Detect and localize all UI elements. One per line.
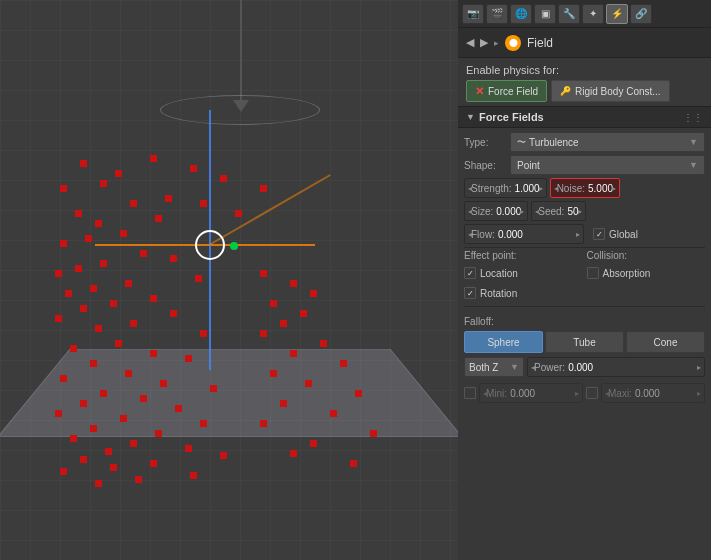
render-icon-btn[interactable]: 📷 (462, 4, 484, 24)
type-value: Turbulence (529, 137, 579, 148)
green-dot (230, 242, 238, 250)
flow-left-arrow: ◂ (468, 230, 472, 239)
maxi-field[interactable]: ◂ Maxi: 0.000 ▸ (601, 383, 705, 403)
turbulence-icon: 〜 (517, 136, 526, 149)
force-fields-content: Type: 〜 Turbulence ▼ Shape: Point ▼ ◂ St… (458, 128, 711, 313)
global-checkbox[interactable] (593, 228, 605, 240)
power-label: Power: (534, 362, 565, 373)
global-row: Global (587, 224, 705, 244)
collision-col: Collision: Absorption (587, 250, 706, 304)
rotation-checkbox[interactable] (464, 287, 476, 299)
seed-label: Seed: (538, 206, 564, 217)
modifier-icon-btn[interactable]: 🔧 (558, 4, 580, 24)
enable-physics-section: Enable physics for: ✕ Force Field 🔑 Rigi… (458, 58, 711, 106)
global-label: Global (609, 229, 638, 240)
noise-label: Noise: (557, 183, 585, 194)
mini-right-arrow: ▸ (575, 389, 579, 398)
falloff-label: Falloff: (458, 313, 711, 329)
rotation-row: Rotation (464, 284, 583, 302)
maxi-checkbox[interactable] (586, 387, 598, 399)
world-icon-btn[interactable]: 🌐 (510, 4, 532, 24)
strength-value: 1.000 (515, 183, 540, 194)
absorption-checkbox[interactable] (587, 267, 599, 279)
flow-row: ◂ Flow: 0.000 ▸ Global (464, 224, 705, 244)
force-fields-section-header[interactable]: ▼ Force Fields ⋮⋮ (458, 106, 711, 128)
forward-arrow-icon[interactable]: ▶ (480, 36, 488, 49)
object-icon-btn[interactable]: ▣ (534, 4, 556, 24)
force-field-button[interactable]: ✕ Force Field (466, 80, 547, 102)
separator-1 (464, 247, 705, 248)
cone-tab[interactable]: Cone (626, 331, 705, 353)
rotation-label: Rotation (480, 288, 517, 299)
strength-field[interactable]: ◂ Strength: 1.000 ▸ (464, 178, 547, 198)
size-label: Size: (471, 206, 493, 217)
power-right-arrow: ▸ (697, 363, 701, 372)
maxi-label: Maxi: (608, 388, 632, 399)
section-collapse-icon: ▼ (466, 112, 475, 122)
type-dropdown-arrow: ▼ (689, 137, 698, 147)
shape-dropdown[interactable]: Point ▼ (510, 155, 705, 175)
mini-maxi-row: ◂ Mini: 0.000 ▸ ◂ Maxi: 0.000 ▸ (458, 381, 711, 405)
maxi-value: 0.000 (635, 388, 660, 399)
panel-header: ◀ ▶ ▸ ⬤ Field (458, 28, 711, 58)
absorption-label: Absorption (603, 268, 651, 279)
power-left-arrow: ◂ (531, 363, 535, 372)
type-dropdown[interactable]: 〜 Turbulence ▼ (510, 132, 705, 152)
scene-icon-btn[interactable]: 🎬 (486, 4, 508, 24)
panel-icon-toolbar: 📷 🎬 🌐 ▣ 🔧 ✦ ⚡ 🔗 (458, 0, 711, 28)
force-fields-title: Force Fields (479, 111, 544, 123)
constraints-icon-btn[interactable]: 🔗 (630, 4, 652, 24)
section-menu-dots[interactable]: ⋮⋮ (683, 112, 703, 123)
flow-value: 0.000 (498, 229, 523, 240)
collision-label: Collision: (587, 250, 706, 261)
mini-label: Mini: (486, 388, 507, 399)
x-icon: ✕ (475, 85, 484, 98)
bothz-power-row: Both Z ▼ ◂ Power: 0.000 ▸ (458, 355, 711, 379)
rigid-body-button[interactable]: 🔑 Rigid Body Const... (551, 80, 670, 102)
location-label: Location (480, 268, 518, 279)
mini-left-arrow: ◂ (483, 389, 487, 398)
field-icon: ⬤ (505, 35, 521, 51)
location-row: Location (464, 264, 583, 282)
noise-right-arrow: ▸ (612, 184, 616, 193)
both-z-arrow: ▼ (510, 362, 519, 372)
size-field[interactable]: ◂ Size: 0.000 ▸ (464, 201, 528, 221)
strength-label: Strength: (471, 183, 512, 194)
type-row: Type: 〜 Turbulence ▼ (464, 132, 705, 152)
mini-field[interactable]: ◂ Mini: 0.000 ▸ (479, 383, 583, 403)
strength-noise-row: ◂ Strength: 1.000 ▸ ◂ Noise: 5.000 ▸ (464, 178, 705, 198)
falloff-tabs: Sphere Tube Cone (464, 331, 705, 353)
breadcrumb-sep: ▸ (494, 38, 499, 48)
tube-tab[interactable]: Tube (545, 331, 624, 353)
size-seed-row: ◂ Size: 0.000 ▸ ◂ Seed: 50 ▸ (464, 201, 705, 221)
power-field[interactable]: ◂ Power: 0.000 ▸ (527, 357, 705, 377)
mini-value: 0.000 (510, 388, 535, 399)
physics-icon-btn[interactable]: ⚡ (606, 4, 628, 24)
separator-2 (464, 306, 705, 307)
maxi-left-arrow: ◂ (605, 389, 609, 398)
seed-field[interactable]: ◂ Seed: 50 ▸ (531, 201, 585, 221)
shape-row: Shape: Point ▼ (464, 155, 705, 175)
back-arrow-icon[interactable]: ◀ (466, 36, 474, 49)
size-left-arrow: ◂ (468, 207, 472, 216)
key-icon: 🔑 (560, 86, 571, 96)
flow-field[interactable]: ◂ Flow: 0.000 ▸ (464, 224, 584, 244)
enable-physics-label: Enable physics for: (466, 64, 703, 76)
type-label: Type: (464, 137, 506, 148)
seed-right-arrow: ▸ (578, 207, 582, 216)
particles-icon-btn[interactable]: ✦ (582, 4, 604, 24)
strength-left-arrow: ◂ (468, 184, 472, 193)
panel-title: Field (527, 36, 553, 50)
mini-checkbox[interactable] (464, 387, 476, 399)
flow-right-arrow: ▸ (576, 230, 580, 239)
viewport-3d[interactable] (0, 0, 458, 560)
both-z-dropdown[interactable]: Both Z ▼ (464, 357, 524, 377)
absorption-row: Absorption (587, 264, 706, 282)
seed-left-arrow: ◂ (535, 207, 539, 216)
location-checkbox[interactable] (464, 267, 476, 279)
strength-right-arrow: ▸ (539, 184, 543, 193)
size-value: 0.000 (496, 206, 521, 217)
rigid-body-label: Rigid Body Const... (575, 86, 661, 97)
sphere-tab[interactable]: Sphere (464, 331, 543, 353)
noise-field[interactable]: ◂ Noise: 5.000 ▸ (550, 178, 620, 198)
